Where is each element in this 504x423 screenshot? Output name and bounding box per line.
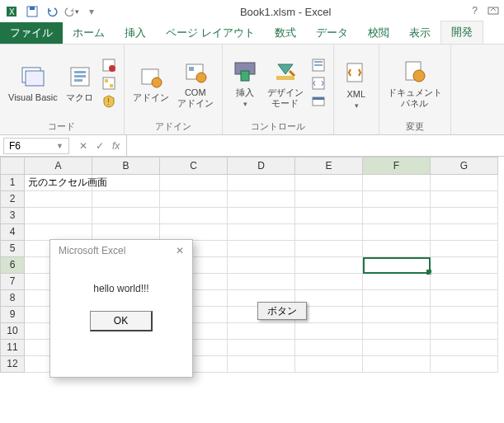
cell[interactable]	[363, 290, 431, 307]
insert-control-button[interactable]: 挿入	[229, 56, 261, 110]
tab-insert[interactable]: 挿入	[115, 22, 156, 44]
row-header[interactable]: 5	[0, 241, 25, 257]
tab-file[interactable]: ファイル	[0, 22, 63, 44]
row-header[interactable]: 7	[0, 274, 25, 290]
col-header[interactable]: C	[160, 157, 228, 175]
row-header[interactable]: 9	[0, 307, 25, 323]
tab-data[interactable]: データ	[306, 22, 358, 44]
cell[interactable]	[160, 208, 228, 224]
cell[interactable]	[228, 175, 295, 191]
col-header[interactable]: B	[92, 157, 160, 175]
enter-formula-icon[interactable]: ✓	[96, 140, 104, 152]
col-header[interactable]: D	[228, 157, 295, 175]
form-button[interactable]: ボタン	[257, 302, 307, 320]
redo-icon[interactable]	[64, 4, 79, 19]
cancel-formula-icon[interactable]: ✕	[79, 140, 87, 152]
view-code-icon[interactable]	[310, 75, 327, 92]
row-header[interactable]: 6	[0, 257, 25, 274]
cell[interactable]	[431, 307, 498, 323]
cell[interactable]	[295, 340, 363, 356]
design-mode-button[interactable]: デザイン モード	[266, 56, 305, 110]
cell[interactable]	[363, 257, 431, 274]
addins-button[interactable]: アドイン	[131, 61, 171, 105]
cell[interactable]	[228, 241, 295, 257]
cell[interactable]	[431, 191, 498, 208]
tab-page-layout[interactable]: ページ レイアウト	[156, 22, 265, 44]
cell[interactable]	[431, 241, 498, 257]
name-box-dropdown-icon[interactable]: ▼	[56, 142, 64, 150]
cell[interactable]	[92, 208, 160, 224]
name-box[interactable]: F6▼	[3, 138, 69, 154]
tab-home[interactable]: ホーム	[63, 22, 115, 44]
cell[interactable]	[363, 208, 431, 224]
tab-view[interactable]: 表示	[399, 22, 440, 44]
cell[interactable]	[228, 257, 295, 274]
col-header[interactable]: G	[431, 157, 498, 175]
xml-button[interactable]: XML	[341, 58, 372, 112]
ribbon-options-icon[interactable]	[488, 5, 499, 19]
row-header[interactable]: 3	[0, 208, 25, 224]
qat-customize-icon[interactable]: ▾	[84, 4, 99, 19]
cell[interactable]	[228, 323, 295, 340]
cell[interactable]	[363, 340, 431, 356]
record-macro-icon[interactable]	[101, 57, 117, 73]
cell[interactable]	[431, 224, 498, 241]
com-addins-button[interactable]: COM アドイン	[176, 56, 215, 110]
cell[interactable]	[363, 224, 431, 241]
cell[interactable]	[363, 241, 431, 257]
visual-basic-button[interactable]: Visual Basic	[7, 61, 59, 105]
cell[interactable]	[295, 257, 363, 274]
cell[interactable]	[228, 274, 295, 290]
tab-developer[interactable]: 開発	[440, 21, 483, 44]
cell[interactable]	[295, 356, 363, 373]
cell[interactable]	[295, 175, 363, 191]
cell[interactable]	[25, 191, 92, 208]
cell[interactable]	[295, 191, 363, 208]
macro-button[interactable]: マクロ	[64, 61, 96, 105]
row-header[interactable]: 4	[0, 224, 25, 241]
row-header[interactable]: 10	[0, 323, 25, 340]
row-header[interactable]: 2	[0, 191, 25, 208]
save-icon[interactable]	[25, 4, 40, 19]
cell[interactable]	[363, 191, 431, 208]
cell[interactable]	[431, 340, 498, 356]
cell[interactable]	[228, 191, 295, 208]
cell[interactable]	[160, 175, 228, 191]
fx-icon[interactable]: fx	[112, 140, 120, 152]
close-icon[interactable]: ✕	[176, 245, 184, 256]
cell[interactable]	[92, 191, 160, 208]
cell[interactable]: 元のエクセル画面	[25, 175, 92, 191]
cell[interactable]	[431, 290, 498, 307]
ok-button[interactable]: OK	[90, 311, 153, 331]
cell[interactable]	[363, 356, 431, 373]
cell[interactable]	[363, 175, 431, 191]
cell[interactable]	[363, 274, 431, 290]
row-header[interactable]: 8	[0, 290, 25, 307]
help-icon[interactable]: ?	[472, 5, 478, 19]
row-header[interactable]: 12	[0, 356, 25, 373]
run-dialog-icon[interactable]	[310, 93, 327, 110]
relative-ref-icon[interactable]	[101, 75, 117, 92]
row-header[interactable]: 1	[0, 175, 25, 191]
col-header[interactable]: A	[25, 157, 92, 175]
tab-review[interactable]: 校閲	[358, 22, 399, 44]
tab-formulas[interactable]: 数式	[265, 22, 306, 44]
cell[interactable]	[160, 191, 228, 208]
cell[interactable]	[228, 224, 295, 241]
cell[interactable]	[295, 323, 363, 340]
cell[interactable]	[228, 208, 295, 224]
cell[interactable]	[363, 307, 431, 323]
cell[interactable]	[431, 257, 498, 274]
select-all-corner[interactable]	[0, 157, 25, 175]
cell[interactable]	[431, 208, 498, 224]
cell[interactable]	[92, 224, 160, 241]
cell[interactable]	[363, 323, 431, 340]
col-header[interactable]: F	[363, 157, 431, 175]
cell[interactable]	[295, 274, 363, 290]
document-panel-button[interactable]: ドキュメント パネル	[386, 56, 444, 110]
properties-icon[interactable]	[310, 57, 327, 73]
undo-icon[interactable]	[45, 4, 59, 19]
cell[interactable]	[25, 208, 92, 224]
formula-input[interactable]	[126, 135, 504, 156]
cell[interactable]	[295, 241, 363, 257]
